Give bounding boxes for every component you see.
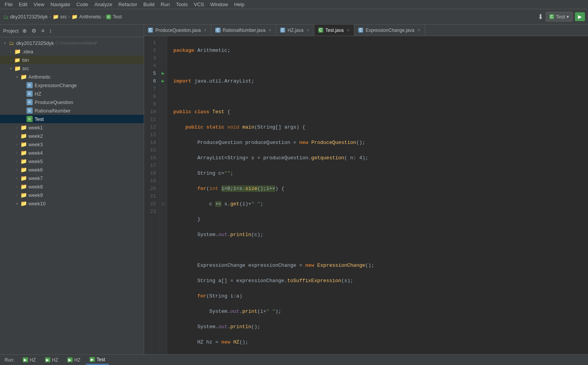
tab-hz[interactable]: C HZ.java ×: [276, 25, 314, 36]
week10-label: week10: [28, 201, 46, 206]
menu-build[interactable]: Build: [140, 1, 158, 8]
run-tab-hz3[interactable]: ▶ HZ: [63, 356, 84, 364]
editor-tabs: C ProduceQuestion.java × C RationalNumbe…: [144, 25, 588, 36]
week5-label: week5: [28, 159, 43, 164]
tree-item-week7[interactable]: › 📁 week7: [0, 174, 144, 182]
test-class-icon: C: [26, 116, 33, 122]
tree-item-week9[interactable]: › 📁 week9: [0, 191, 144, 199]
run-config-dropdown[interactable]: C Test ▾: [546, 12, 573, 21]
menu-code[interactable]: Code: [73, 1, 91, 8]
breadcrumb-src[interactable]: src: [60, 14, 67, 20]
ln-2: 2: [146, 47, 156, 55]
project-name[interactable]: dky20172325dyk: [10, 14, 48, 20]
code-line-10: for(int i=0;i<s.size();i++) {: [173, 185, 588, 193]
tree-item-producequestion[interactable]: C ProduceQuestion: [0, 98, 144, 106]
code-editor[interactable]: 1 2 3 4 5 6 7 8 9 10 11 12 13 14 15 16 1…: [144, 36, 588, 354]
tree-item-arithmetic[interactable]: ▾ 📁 Arithmetic: [0, 73, 144, 81]
tree-item-hz[interactable]: C HZ: [0, 89, 144, 98]
tab-expressionchange[interactable]: C ExpressionChange.java ×: [354, 25, 425, 36]
gutter-10: [159, 108, 167, 116]
sidebar-settings-btn[interactable]: ⚙: [30, 27, 38, 35]
menu-run[interactable]: Run: [158, 1, 173, 8]
code-line-14: [173, 246, 588, 254]
menu-vcs[interactable]: VCS: [191, 1, 207, 8]
run-tab-hz1[interactable]: ▶ HZ: [19, 356, 40, 364]
week7-folder-icon: 📁: [20, 175, 27, 182]
tree-item-week2[interactable]: › 📁 week2: [0, 132, 144, 140]
ln-8: 8: [146, 93, 156, 101]
breadcrumb-test[interactable]: Test: [113, 14, 122, 20]
tree-item-week4[interactable]: › 📁 week4: [0, 149, 144, 157]
pq-class-icon: C: [26, 99, 33, 106]
breadcrumb-sep2: ›: [68, 14, 70, 20]
ln-12: 12: [146, 124, 156, 131]
sidebar-collapse-btn[interactable]: ↕: [48, 27, 53, 35]
tree-item-idea[interactable]: › 📁 .idea: [0, 47, 144, 56]
sidebar-scope-btn[interactable]: ⊕: [21, 27, 28, 35]
tree-item-week10[interactable]: ▾ 📁 week10: [0, 199, 144, 208]
tab-close-icon[interactable]: ×: [203, 28, 207, 33]
tree-item-week6[interactable]: › 📁 week6: [0, 165, 144, 174]
ln-3: 3: [146, 55, 156, 62]
code-line-9: String c="";: [173, 170, 588, 177]
ln-7: 7: [146, 85, 156, 93]
tab-label: RationalNumber.java: [223, 28, 266, 33]
gutter-23: [159, 208, 167, 216]
sidebar-gear-btn[interactable]: ≡: [40, 27, 46, 35]
download-icon[interactable]: ⬇: [538, 13, 543, 21]
tab-close-icon[interactable]: ×: [268, 28, 272, 33]
gutter-15: [159, 147, 167, 154]
ln-16: 16: [146, 154, 156, 162]
week3-arrow: ›: [14, 142, 20, 147]
breadcrumb-arithmetic[interactable]: Arithmetic: [79, 14, 101, 20]
ln-22: 22: [146, 200, 156, 208]
run-button[interactable]: ▶: [575, 12, 585, 21]
ln-15: 15: [146, 147, 156, 154]
tree-item-week5[interactable]: › 📁 week5: [0, 157, 144, 165]
menu-window[interactable]: Window: [207, 1, 231, 8]
tab-test[interactable]: C Test.java ×: [314, 25, 355, 36]
tree-item-week1[interactable]: › 📁 week1: [0, 123, 144, 132]
tree-item-src[interactable]: ▾ 📁 src: [0, 64, 144, 73]
run-tab-test[interactable]: ▶ Test: [86, 355, 109, 365]
menu-tools[interactable]: Tools: [173, 1, 191, 8]
gutter-20: [159, 185, 167, 193]
tree-root[interactable]: ▾ 🗂 dky20172325dyk C:\Users\lenovo\IdeaP: [0, 39, 144, 47]
menu-view[interactable]: View: [30, 1, 47, 8]
tab-close-icon[interactable]: ×: [417, 28, 421, 33]
tab-producequestion[interactable]: C ProduceQuestion.java ×: [144, 25, 211, 36]
run-tab-test-icon: ▶: [90, 357, 95, 362]
menu-navigate[interactable]: Navigate: [47, 1, 73, 8]
code-line-5: public class Test {: [173, 108, 588, 116]
idea-arrow: ›: [8, 50, 14, 54]
pq-label: ProduceQuestion: [35, 99, 73, 105]
run-tab-hz2[interactable]: ▶ HZ: [41, 356, 62, 364]
tree-item-bin[interactable]: › 📁 bin: [0, 56, 144, 64]
tree-item-expressionchange[interactable]: C ExpressionChange: [0, 81, 144, 89]
code-line-18: System.out.print(i+" ");: [173, 308, 588, 315]
menu-help[interactable]: Help: [231, 1, 247, 8]
tree-item-rationalnumber[interactable]: C RationalNumber: [0, 106, 144, 115]
menu-file[interactable]: File: [2, 1, 16, 8]
root-path: C:\Users\lenovo\IdeaP: [55, 41, 98, 45]
menu-edit[interactable]: Edit: [16, 1, 30, 8]
menu-refactor[interactable]: Refactor: [115, 1, 140, 8]
tree-item-test[interactable]: C Test: [0, 115, 144, 123]
code-content[interactable]: package Arithmetic; import java.util.Arr…: [167, 36, 588, 354]
tree-item-week8[interactable]: › 📁 week8: [0, 182, 144, 191]
tab-label: HZ.java: [287, 28, 303, 33]
code-line-3: import java.util.ArrayList;: [173, 78, 588, 85]
week4-arrow: ›: [14, 151, 20, 155]
run-config-label: Test: [556, 14, 565, 20]
menu-analyze[interactable]: Analyze: [91, 1, 115, 8]
code-line-12: }: [173, 216, 588, 223]
tab-rationalnumber[interactable]: C RationalNumber.java ×: [211, 25, 276, 36]
week9-label: week9: [28, 192, 43, 198]
tab-icon: C: [280, 28, 285, 33]
gutter-19: [159, 177, 167, 185]
arithmetic-arrow: ▾: [14, 75, 20, 79]
tree-item-week3[interactable]: › 📁 week3: [0, 140, 144, 149]
week7-label: week7: [28, 175, 43, 181]
tab-close-icon[interactable]: ×: [346, 28, 350, 33]
tab-close-icon[interactable]: ×: [306, 28, 310, 33]
